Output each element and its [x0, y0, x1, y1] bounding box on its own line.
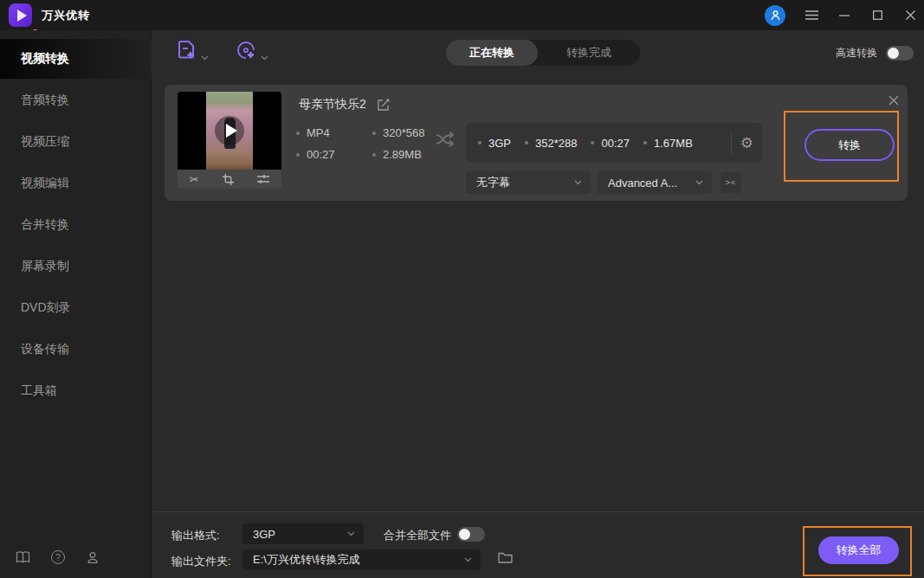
sidebar-item-video-convert[interactable]: 视频转换	[0, 39, 152, 79]
crop-icon[interactable]	[223, 174, 234, 185]
output-format-value: 3GP	[253, 528, 347, 541]
convert-button[interactable]: 转换	[804, 129, 895, 161]
target-settings-gear-icon[interactable]: ⚙	[740, 136, 753, 151]
target-size: 1.67MB	[654, 137, 693, 150]
sidebar-item-video-compress[interactable]: 视频压缩	[0, 122, 152, 162]
remove-file-icon[interactable]	[888, 95, 899, 106]
thumbnail-toolbar: ✂	[178, 170, 281, 189]
source-info: MP4 320*568 00:27 2.89MB	[296, 126, 424, 161]
sidebar-item-audio-convert[interactable]: 音频转换	[0, 80, 152, 120]
maximize-icon[interactable]	[870, 9, 884, 22]
audio-track-dropdown-value: Advanced A...	[608, 177, 695, 189]
account-avatar-icon[interactable]	[765, 5, 785, 26]
audio-track-dropdown[interactable]: Advanced A...	[598, 171, 712, 194]
sidebar-item-merge-convert[interactable]: 合并转换	[0, 205, 152, 245]
add-file-button[interactable]	[178, 40, 209, 61]
chevron-down-icon	[574, 180, 582, 185]
rename-icon[interactable]	[377, 99, 390, 112]
source-format: MP4	[307, 126, 330, 139]
contact-icon[interactable]	[86, 551, 100, 564]
chevron-down-icon	[201, 55, 209, 61]
chevron-down-icon	[695, 180, 703, 185]
fast-convert-toggle[interactable]	[886, 46, 914, 61]
fast-convert: 高速转换	[836, 40, 914, 66]
chevron-down-icon	[347, 531, 355, 536]
merge-files-toggle[interactable]	[457, 527, 485, 542]
subtitle-dropdown[interactable]: 无字幕	[466, 171, 591, 194]
convert-direction-icon	[435, 130, 457, 149]
source-size: 2.89MB	[383, 148, 422, 161]
effects-icon[interactable]	[257, 174, 269, 184]
guide-book-icon[interactable]	[16, 551, 30, 563]
add-dvd-button[interactable]	[236, 40, 268, 61]
sidebar-item-toolbox[interactable]: 工具箱	[0, 371, 152, 411]
chevron-down-icon	[464, 557, 472, 562]
output-folder-dropdown[interactable]: E:\万兴优转\转换完成	[242, 549, 481, 570]
target-duration: 00:27	[601, 137, 630, 150]
tab-converting[interactable]: 正在转换	[446, 40, 538, 66]
merge-files-label: 合并全部文件	[384, 528, 451, 543]
app-window: 万兴优转 视频转换 音频转换 视频压缩 视频编辑 合并转换 屏幕录制 DV	[0, 0, 924, 578]
titlebar: 万兴优转	[0, 0, 924, 30]
subtitle-editor-icon[interactable]: ><	[720, 172, 741, 193]
bottom-divider	[152, 511, 924, 512]
sidebar-footer: ?	[0, 547, 152, 568]
file-card: ✂ 母亲节快乐2 MP4 320*568 00:27 2.89MB	[165, 85, 908, 201]
output-format-label: 输出格式:	[171, 528, 220, 543]
fast-convert-label: 高速转换	[836, 46, 877, 61]
open-folder-icon[interactable]	[498, 551, 513, 563]
add-dvd-icon	[236, 40, 256, 61]
video-thumbnail[interactable]	[178, 92, 281, 170]
help-icon[interactable]: ?	[51, 550, 65, 564]
trim-icon[interactable]: ✂	[190, 174, 199, 185]
tab-finished[interactable]: 转换完成	[538, 40, 640, 66]
target-format: 3GP	[488, 137, 511, 150]
minimize-icon[interactable]	[837, 9, 851, 22]
output-folder-label: 输出文件夹:	[171, 554, 231, 569]
sidebar-item-dvd-burn[interactable]: DVD刻录	[0, 288, 152, 328]
source-resolution: 320*568	[383, 126, 424, 139]
app-logo-icon	[9, 3, 32, 27]
menu-icon[interactable]	[804, 9, 818, 22]
sidebar: 视频转换 音频转换 视频压缩 视频编辑 合并转换 屏幕录制 DVD刻录 设备传输…	[0, 30, 152, 578]
source-duration: 00:27	[307, 148, 335, 161]
sidebar-item-screen-record[interactable]: 屏幕录制	[0, 247, 152, 286]
target-resolution: 352*288	[535, 137, 577, 150]
file-name: 母亲节快乐2	[299, 97, 366, 112]
output-folder-value: E:\万兴优转\转换完成	[253, 552, 464, 568]
chevron-down-icon	[261, 55, 268, 61]
sidebar-item-device-transfer[interactable]: 设备传输	[0, 330, 152, 369]
add-file-icon	[178, 40, 197, 61]
play-icon[interactable]	[215, 116, 244, 145]
target-info-box: 3GP 352*288 00:27 1.67MB ⚙	[466, 123, 762, 163]
convert-tabs: 正在转换 转换完成	[446, 40, 640, 66]
convert-all-button[interactable]: 转换全部	[818, 536, 899, 564]
close-icon[interactable]	[903, 9, 917, 22]
output-format-dropdown[interactable]: 3GP	[242, 523, 364, 544]
subtitle-dropdown-value: 无字幕	[476, 175, 574, 190]
sidebar-item-video-edit[interactable]: 视频编辑	[0, 164, 152, 203]
app-title: 万兴优转	[42, 0, 90, 30]
